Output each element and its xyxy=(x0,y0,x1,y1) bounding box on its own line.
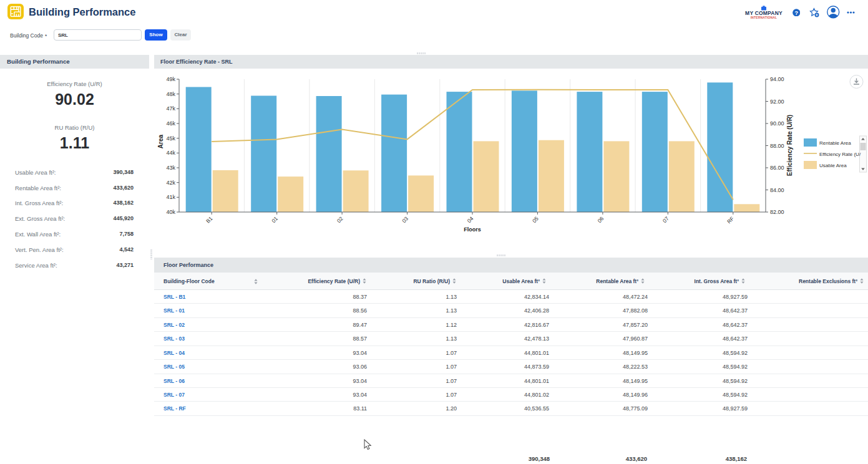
svg-text:?: ? xyxy=(794,9,798,16)
svg-text:Floors: Floors xyxy=(464,226,481,233)
svg-text:06: 06 xyxy=(597,215,605,224)
svg-text:01: 01 xyxy=(270,215,279,224)
svg-text:42k: 42k xyxy=(166,180,175,186)
svg-text:41k: 41k xyxy=(166,194,175,200)
svg-text:Area: Area xyxy=(157,134,164,148)
svg-text:49k: 49k xyxy=(166,76,175,82)
svg-text:48k: 48k xyxy=(166,91,175,97)
svg-text:04: 04 xyxy=(466,215,475,224)
svg-text:05: 05 xyxy=(531,215,540,224)
svg-text:07: 07 xyxy=(661,215,670,224)
svg-text:Efficiency Rate (U/: Efficiency Rate (U/ xyxy=(819,152,861,157)
svg-text:B1: B1 xyxy=(205,215,214,225)
svg-text:45k: 45k xyxy=(166,135,175,142)
svg-text:43k: 43k xyxy=(166,165,175,171)
svg-text:Efficiency Rate (U/R): Efficiency Rate (U/R) xyxy=(786,115,793,176)
svg-text:82.00: 82.00 xyxy=(770,209,784,215)
svg-text:92.00: 92.00 xyxy=(770,99,784,105)
svg-text:86.00: 86.00 xyxy=(770,165,784,171)
svg-text:Usable Area: Usable Area xyxy=(819,163,847,168)
svg-text:46k: 46k xyxy=(166,120,175,127)
svg-text:03: 03 xyxy=(401,215,409,224)
svg-text:47k: 47k xyxy=(166,105,175,112)
svg-text:RF: RF xyxy=(726,215,735,225)
svg-text:02: 02 xyxy=(336,215,344,224)
svg-text:88.00: 88.00 xyxy=(770,143,784,149)
svg-text:40k: 40k xyxy=(166,209,175,215)
svg-text:90.00: 90.00 xyxy=(770,120,784,127)
svg-text:Rentable Area: Rentable Area xyxy=(819,140,851,146)
svg-text:44k: 44k xyxy=(166,150,175,156)
svg-text:94.00: 94.00 xyxy=(770,76,784,82)
svg-text:84.00: 84.00 xyxy=(770,187,784,193)
